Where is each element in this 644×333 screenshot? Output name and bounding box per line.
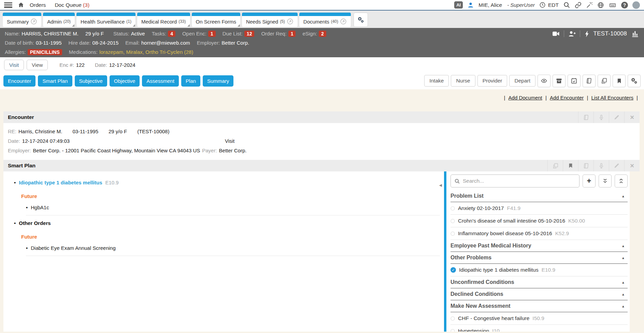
- stage-nurse-button[interactable]: Nurse: [451, 75, 475, 87]
- open-enc-count-badge[interactable]: 1: [208, 31, 216, 37]
- nav-smart-plan-button[interactable]: Smart Plan: [38, 75, 72, 87]
- medications-list[interactable]: lorazepam, Miralax, Ortho Tri-Cyclen (28…: [99, 49, 193, 55]
- user-name[interactable]: MIE, Alice: [478, 2, 502, 8]
- magic-wand-icon[interactable]: [586, 2, 593, 9]
- calendar-check-button[interactable]: [568, 75, 581, 87]
- journal-button[interactable]: [583, 75, 596, 87]
- collapse-caret-icon[interactable]: ▲: [621, 256, 625, 260]
- view-button[interactable]: View: [27, 60, 48, 70]
- collapse-panel-icon[interactable]: ◀: [439, 183, 442, 187]
- tab-summary[interactable]: Summary: [3, 13, 41, 27]
- close-icon[interactable]: ×: [624, 111, 640, 123]
- collapse-all-button[interactable]: [615, 175, 628, 187]
- popout-icon[interactable]: [30, 18, 37, 25]
- section-declined-conditions[interactable]: Declined Conditions ▲: [450, 288, 628, 300]
- search-icon[interactable]: [563, 1, 570, 9]
- nav-objective-button[interactable]: Objective: [110, 75, 140, 87]
- problem-item[interactable]: Hypertension I10: [450, 325, 628, 332]
- nav-summary-button[interactable]: Summary: [203, 75, 233, 87]
- quick-action-bolt-icon[interactable]: [584, 30, 589, 37]
- nav-orders[interactable]: Orders: [30, 2, 46, 8]
- close-icon[interactable]: ×: [624, 160, 640, 171]
- settings-gears-button[interactable]: [628, 75, 641, 87]
- due-list-count-badge[interactable]: 12: [244, 31, 255, 37]
- collapse-caret-icon[interactable]: ▲: [621, 244, 625, 248]
- tab-health-surveillance[interactable]: Health Surveillance(1): [76, 13, 135, 27]
- add-encounter-link[interactable]: Add Encounter: [550, 95, 584, 101]
- problem-item[interactable]: Anxiety 02-10-2017 F41.9: [450, 202, 628, 215]
- section-other-problems[interactable]: Other Problems ▲: [450, 252, 628, 264]
- nav-doc-queue[interactable]: Doc Queue (3): [55, 2, 89, 8]
- order-req-count-badge[interactable]: 1: [288, 31, 296, 37]
- bookmark-button[interactable]: [613, 75, 626, 87]
- tab-needs-signed[interactable]: Needs Signed(5): [242, 13, 298, 27]
- check-circle-icon[interactable]: ✓: [450, 267, 456, 273]
- add-problem-button[interactable]: +: [583, 175, 596, 187]
- edit-pencil-icon[interactable]: [609, 160, 624, 171]
- flowsheet-chart-icon[interactable]: [631, 30, 639, 37]
- globe-icon[interactable]: [597, 2, 604, 9]
- collapse-caret-icon[interactable]: ▲: [621, 292, 625, 296]
- stage-provider-button[interactable]: Provider: [477, 75, 507, 87]
- link-icon[interactable]: [575, 2, 582, 9]
- section-unconfirmed-conditions[interactable]: Unconfirmed Conditions ▲: [450, 276, 628, 288]
- radio-icon[interactable]: [450, 231, 455, 236]
- video-call-icon[interactable]: [552, 31, 560, 37]
- microphone-icon[interactable]: [593, 111, 609, 123]
- problem-item[interactable]: Crohn's disease of small intestine 05-10…: [450, 215, 628, 227]
- allergy-badge[interactable]: PENICILLINS: [28, 49, 62, 55]
- keyboard-icon[interactable]: [609, 2, 617, 9]
- preview-eye-button[interactable]: [538, 75, 550, 87]
- problem-link[interactable]: Idiopathic type 1 diabetes mellitus: [19, 180, 102, 185]
- tab-on-screen-forms[interactable]: On Screen Forms: [192, 13, 240, 27]
- radio-icon[interactable]: [450, 316, 455, 321]
- stage-depart-button[interactable]: Depart: [509, 75, 535, 87]
- problem-item-selected[interactable]: ✓ Idiopathic type 1 diabetes mellitus E1…: [450, 264, 628, 276]
- nav-plan-button[interactable]: Plan: [181, 75, 200, 87]
- radio-icon[interactable]: [450, 329, 455, 332]
- section-employee-past-medical-history[interactable]: Employee Past Medical History ▲: [450, 240, 628, 252]
- collapse-caret-icon[interactable]: ▲: [621, 304, 625, 308]
- nav-encounter-button[interactable]: Encounter: [3, 75, 35, 87]
- list-all-encounters-link[interactable]: List All Encounters: [591, 95, 633, 101]
- popout-icon[interactable]: [340, 18, 347, 25]
- tab-documents[interactable]: Documents(40): [299, 13, 351, 27]
- hamburger-menu-icon[interactable]: [4, 2, 12, 8]
- microphone-icon[interactable]: [593, 160, 609, 171]
- tab-medical-record[interactable]: Medical Record(33): [137, 13, 190, 27]
- edit-pencil-icon[interactable]: [609, 111, 624, 123]
- section-make-new-assessment[interactable]: Make New Assessment ▲: [450, 300, 628, 312]
- panel-divider-bar[interactable]: [444, 171, 446, 332]
- popout-icon[interactable]: [287, 18, 294, 25]
- expand-all-button[interactable]: [599, 175, 612, 187]
- tab-settings-button[interactable]: [354, 13, 368, 27]
- esign-count-badge[interactable]: 2: [319, 31, 326, 37]
- tab-admin[interactable]: Admin(20): [43, 13, 75, 27]
- problem-item[interactable]: CHF - Congestive heart failure I50.9: [450, 312, 628, 325]
- nav-assessment-button[interactable]: Assessment: [142, 75, 179, 87]
- add-document-link[interactable]: Add Document: [509, 95, 542, 101]
- visit-button[interactable]: Visit: [4, 60, 24, 70]
- copy-button[interactable]: [598, 75, 611, 87]
- help-icon[interactable]: ?: [621, 2, 628, 9]
- search-input[interactable]: [463, 178, 576, 184]
- radio-icon[interactable]: [450, 219, 455, 223]
- collapse-caret-icon[interactable]: ▲: [621, 281, 625, 284]
- collapse-caret-icon[interactable]: ▲: [621, 194, 625, 198]
- ai-badge[interactable]: AI: [454, 1, 463, 9]
- journal-icon[interactable]: [578, 111, 593, 123]
- stage-intake-button[interactable]: Intake: [424, 75, 449, 87]
- add-user-icon[interactable]: [568, 30, 576, 37]
- nav-subjective-button[interactable]: Subjective: [75, 75, 107, 87]
- radio-icon[interactable]: [450, 206, 455, 211]
- home-icon[interactable]: [18, 2, 24, 8]
- section-problem-list[interactable]: Problem List ▲: [450, 190, 628, 202]
- avatar[interactable]: [632, 1, 640, 9]
- timezone-label[interactable]: EDT: [548, 2, 559, 8]
- journal-icon[interactable]: [578, 160, 593, 171]
- problem-item[interactable]: Inflammatory bowel disease 05-10-2016 K5…: [450, 227, 628, 240]
- archive-button[interactable]: [553, 75, 566, 87]
- tasks-count-badge[interactable]: 4: [168, 31, 175, 37]
- copy-icon[interactable]: [547, 160, 563, 171]
- bookmark-icon[interactable]: [563, 160, 578, 171]
